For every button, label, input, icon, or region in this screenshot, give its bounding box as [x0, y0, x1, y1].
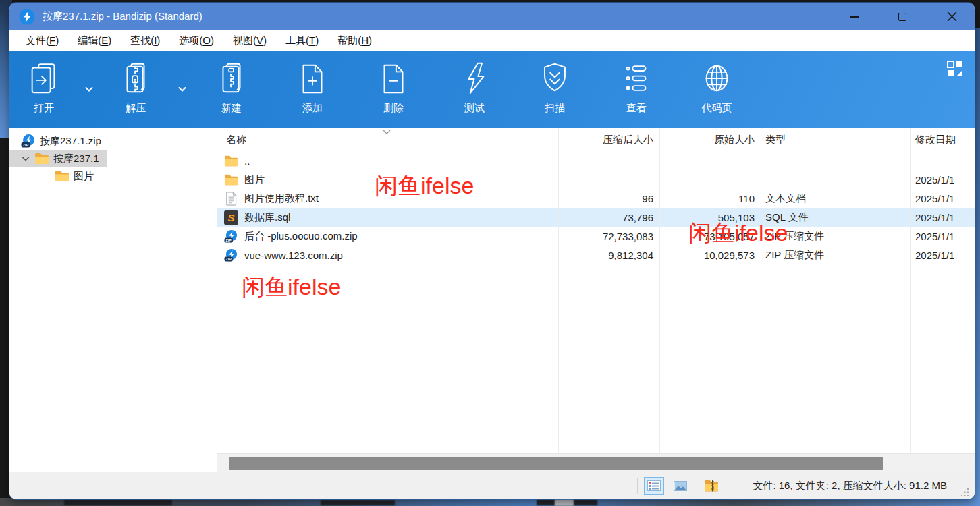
- file-original-size: 73,105,057: [659, 231, 761, 242]
- add-file-label: 添加: [302, 102, 323, 115]
- file-row[interactable]: S ZIP vue-www.123.com.zip 9,812,304 10,0…: [217, 246, 975, 264]
- file-row[interactable]: S ZIP ..: [217, 151, 975, 170]
- close-icon: [947, 11, 957, 22]
- file-row[interactable]: S ZIP 数据库.sql 73,796 505,103 SQL 文件 2025…: [217, 208, 975, 227]
- tree-item-label: 按摩237.1: [53, 152, 99, 165]
- text-file-icon: [224, 192, 238, 206]
- horizontal-scrollbar[interactable]: [217, 453, 975, 472]
- test-button[interactable]: 测试: [441, 60, 508, 115]
- details-view-button[interactable]: [644, 477, 664, 495]
- file-original-size: 110: [659, 193, 761, 204]
- zip-file-icon: ZIP: [224, 229, 238, 244]
- new-archive-button[interactable]: 新建: [198, 60, 265, 115]
- file-compressed-size: 9,812,304: [558, 250, 659, 261]
- file-name: 图片: [244, 173, 265, 186]
- file-date: 2025/1/1: [910, 193, 975, 204]
- background-window-fragment: [321, 500, 395, 505]
- svg-text:ZIP: ZIP: [23, 143, 29, 147]
- delete-file-icon: [375, 60, 412, 96]
- delete-file-button[interactable]: 删除: [360, 60, 427, 115]
- archive-tree: ZIP 按摩237.1.zip 按摩237.1: [9, 128, 217, 472]
- folder-icon: [224, 154, 238, 168]
- file-row[interactable]: S ZIP 后台 -plus.oocuo.com.zip 72,733,083 …: [217, 227, 975, 246]
- scan-button[interactable]: 扫描: [521, 60, 589, 115]
- sort-indicator-icon: [381, 129, 392, 136]
- column-header-type[interactable]: 类型: [761, 128, 910, 151]
- folder-icon: [34, 151, 49, 166]
- tree-item-folder-images[interactable]: 图片: [9, 167, 217, 185]
- column-divider[interactable]: [558, 128, 559, 453]
- tree-item-folder-root[interactable]: 按摩237.1: [9, 150, 217, 167]
- test-icon: [456, 60, 493, 96]
- column-header-compressed[interactable]: 压缩后大小: [558, 128, 659, 151]
- tree-item-label: 图片: [74, 170, 94, 183]
- svg-text:S: S: [227, 211, 234, 223]
- test-label: 测试: [464, 102, 485, 115]
- minimize-icon: [850, 16, 859, 18]
- folder-icon: [55, 169, 70, 184]
- file-name-cell: S ZIP 图片: [217, 173, 558, 187]
- new-archive-icon: [213, 60, 250, 96]
- file-date: 2025/1/1: [910, 212, 975, 223]
- toolbar: 打开 解压 新建: [9, 51, 975, 128]
- file-type: SQL 文件: [761, 211, 910, 224]
- delete-file-label: 删除: [383, 102, 404, 115]
- file-name-cell: S ZIP 图片使用教程.txt: [217, 192, 558, 206]
- scan-icon: [537, 60, 573, 96]
- thumbnails-view-button[interactable]: [670, 477, 690, 495]
- background-window-fragment: [64, 499, 172, 505]
- column-header-original[interactable]: 原始大小: [659, 128, 761, 151]
- extract-dropdown-chevron[interactable]: [175, 82, 189, 96]
- file-date: 2025/1/1: [910, 174, 975, 186]
- close-button[interactable]: [936, 3, 967, 30]
- extract-icon: [117, 60, 154, 96]
- menu-file[interactable]: 文件(F): [16, 32, 68, 50]
- open-button[interactable]: 打开: [10, 60, 78, 115]
- window-title: 按摩237.1.zip - Bandizip (Standard): [43, 10, 202, 23]
- file-type: ZIP 压缩文件: [761, 249, 910, 262]
- statusbar-separator: [697, 478, 697, 494]
- file-row[interactable]: S ZIP 图片 2025/1/1: [217, 170, 975, 189]
- codepage-button[interactable]: 代码页: [683, 60, 751, 115]
- menu-tools[interactable]: 工具(T): [276, 32, 328, 50]
- statusbar-separator: [637, 478, 638, 494]
- chevron-down-icon[interactable]: [20, 152, 32, 165]
- open-icon: [26, 60, 62, 96]
- column-divider[interactable]: [761, 128, 761, 453]
- menu-edit[interactable]: 编辑(E): [68, 32, 121, 50]
- thumbnails-view-icon: [674, 481, 687, 491]
- menu-view[interactable]: 视图(V): [223, 32, 276, 50]
- file-type: ZIP 压缩文件: [761, 230, 910, 243]
- zip-file-icon: ZIP: [224, 248, 238, 262]
- add-file-icon: [294, 60, 331, 96]
- scrollbar-thumb[interactable]: [229, 457, 883, 470]
- bandizip-app-icon: [18, 8, 36, 26]
- file-row[interactable]: S ZIP 图片使用教程.txt 96 110 文本文档 2025/1/1: [217, 189, 975, 208]
- file-name: vue-www.123.com.zip: [244, 250, 343, 261]
- view-button[interactable]: 查看: [603, 60, 670, 115]
- file-compressed-size: 73,796: [558, 212, 659, 223]
- menu-help[interactable]: 帮助(H): [328, 32, 381, 50]
- open-dropdown-chevron[interactable]: [82, 82, 96, 96]
- file-name: 后台 -plus.oocuo.com.zip: [244, 230, 358, 243]
- column-header-date[interactable]: 修改日期: [910, 128, 975, 151]
- zipped-folder-icon[interactable]: [703, 478, 719, 493]
- maximize-button[interactable]: [887, 3, 918, 30]
- minimize-button[interactable]: [838, 3, 869, 30]
- file-compressed-size: 96: [558, 193, 659, 204]
- column-divider[interactable]: [659, 128, 660, 453]
- menu-find[interactable]: 查找(I): [121, 32, 169, 50]
- resize-grip[interactable]: [960, 487, 969, 497]
- tree-item-archive-root[interactable]: ZIP 按摩237.1.zip: [9, 132, 217, 150]
- bandizip-window: 按摩237.1.zip - Bandizip (Standard) 文件(F) …: [9, 3, 975, 499]
- menu-options[interactable]: 选项(O): [169, 32, 223, 50]
- layout-grid-icon[interactable]: [946, 60, 964, 78]
- add-file-button[interactable]: 添加: [279, 60, 346, 115]
- column-divider[interactable]: [910, 128, 911, 453]
- view-label: 查看: [626, 102, 647, 115]
- extract-button[interactable]: 解压: [102, 60, 169, 115]
- file-name-cell: S ZIP 后台 -plus.oocuo.com.zip: [217, 229, 558, 244]
- menubar: 文件(F) 编辑(E) 查找(I) 选项(O) 视图(V) 工具(T) 帮助(H…: [9, 30, 975, 51]
- maximize-icon: [898, 13, 906, 21]
- file-name: 数据库.sql: [244, 211, 290, 224]
